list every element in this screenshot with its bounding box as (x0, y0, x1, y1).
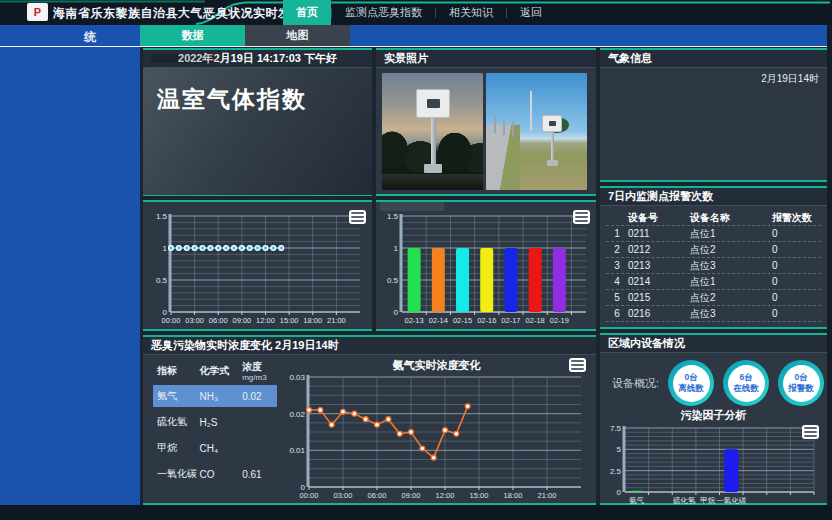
col-indicator: 指标 (153, 364, 200, 378)
svg-text:一氧化碳: 一氧化碳 (716, 496, 747, 505)
alarm-table: 设备号 设备名称 报警次数 10211点位1020212点位2030213点位3… (600, 206, 827, 322)
nav-item-odor-index[interactable]: 监测点恶臭指数 (332, 0, 435, 25)
svg-text:09:00: 09:00 (402, 491, 421, 500)
svg-text:12:00: 12:00 (436, 491, 455, 500)
pollutant-table-row[interactable]: 甲烷CH₄ (153, 437, 277, 459)
svg-text:21:00: 21:00 (327, 316, 346, 325)
fence-post (512, 121, 514, 137)
pollutant-table-row[interactable]: 硫化氢H₂S (153, 411, 277, 433)
monitoring-station (416, 89, 450, 173)
col-device-name: 设备名称 (690, 210, 772, 225)
top-bar: P 海南省乐东黎族自治县大气恶臭状况实时发布系 首页 监测点恶臭指数 相关知识 … (0, 0, 832, 25)
alarm-count-panel: 7日内监测点报警次数 设备号 设备名称 报警次数 10211点位1020212点… (600, 186, 827, 329)
pollutant-table-body: 氨气NH₃0.02硫化氢H₂S甲烷CH₄一氧化碳CO0.61 (153, 385, 277, 485)
svg-text:02-16: 02-16 (477, 316, 496, 325)
svg-text:21:00: 21:00 (538, 491, 557, 500)
fence-post (494, 117, 496, 133)
chart-menu-icon[interactable] (569, 358, 586, 372)
svg-text:02-13: 02-13 (405, 316, 424, 325)
col-formula: 化学式 (200, 364, 243, 378)
chart-menu-icon[interactable] (802, 425, 819, 439)
greenhouse-index-headline: 温室气体指数 (143, 68, 372, 115)
ground (382, 174, 483, 190)
alarm-table-row: 10211点位10 (606, 226, 821, 242)
svg-text:02-15: 02-15 (453, 316, 472, 325)
alarm-table-row: 40214点位10 (606, 274, 821, 290)
svg-text:5: 5 (617, 445, 622, 454)
svg-text:02-17: 02-17 (501, 316, 520, 325)
svg-text:03:00: 03:00 (185, 316, 204, 325)
weather-panel-header: 气象信息 (600, 50, 827, 68)
app-title: 海南省乐东黎族自治县大气恶臭状况实时发布系 (53, 5, 316, 22)
online-label: 在线数 (733, 383, 759, 394)
col-alarm-count: 报警次数 (772, 210, 820, 225)
svg-text:15:00: 15:00 (470, 491, 489, 500)
tab-data[interactable]: 数据 (140, 25, 245, 46)
chart-menu-icon[interactable] (573, 210, 590, 224)
svg-text:1: 1 (163, 244, 168, 253)
svg-text:02-19: 02-19 (550, 316, 569, 325)
svg-text:18:00: 18:00 (303, 316, 322, 325)
weather-time: 2月19日14时 (600, 68, 827, 86)
offline-count: 0台 (684, 372, 697, 383)
logo-glyph: P (34, 7, 41, 18)
online-count-circle: 6台 在线数 (723, 360, 769, 406)
chart-menu-icon[interactable] (349, 210, 366, 224)
svg-text:09:00: 09:00 (232, 316, 251, 325)
alarm-table-row: 50215点位20 (606, 290, 821, 306)
pollution-factor-bar-chart: 02.557.5氨气硫化氢甲烷一氧化碳 (603, 423, 822, 505)
photos-panel-header: 实景照片 (376, 50, 596, 68)
daily-index-chart-panel: 00.511.502-1302-1402-1502-1602-1702-1802… (376, 200, 596, 331)
tab-map[interactable]: 地图 (245, 25, 350, 46)
svg-text:15:00: 15:00 (280, 316, 299, 325)
greenhouse-index-chart-panel: 00.511.500:0003:0006:0009:0012:0015:0018… (143, 200, 372, 331)
nav-item-home[interactable]: 首页 (283, 0, 331, 25)
alarm-table-header-row: 设备号 设备名称 报警次数 (606, 210, 821, 226)
alarm-table-row: 60216点位30 (606, 306, 821, 322)
alarm-panel-header: 7日内监测点报警次数 (600, 188, 827, 206)
light-pole (530, 91, 532, 131)
alarm-table-row: 30213点位30 (606, 258, 821, 274)
unit-label: mg/m3 (242, 374, 277, 382)
svg-text:00:00: 00:00 (162, 316, 181, 325)
dashboard-screen: P 海南省乐东黎族自治县大气恶臭状况实时发布系 首页 监测点恶臭指数 相关知识 … (0, 0, 832, 520)
pollutant-table: 指标 化学式 浓度 mg/m3 氨气NH₃0.02硫化氢H₂S甲烷CH₄一氧化碳… (143, 355, 277, 504)
ammonia-line-chart: 00.010.020.0300:0003:0006:0009:0012:0015… (279, 371, 593, 503)
devices-panel: 区域内设备情况 设备概况: 0台 离线数 6台 在线数 0台 报警数 (600, 333, 827, 505)
nav-item-knowledge[interactable]: 相关知识 (436, 0, 506, 25)
alarm-label: 报警数 (788, 383, 814, 394)
svg-text:03:00: 03:00 (334, 491, 353, 500)
daily-index-bar-chart: 00.511.502-1302-1402-1502-1602-1702-1802… (380, 208, 592, 326)
alarm-count: 0台 (794, 372, 807, 383)
device-overview-row: 设备概况: 0台 离线数 6台 在线数 0台 报警数 (600, 353, 827, 408)
station-photo-day (486, 73, 587, 190)
alarm-count-circle: 0台 报警数 (778, 360, 824, 406)
offline-label: 离线数 (678, 383, 704, 394)
blurred-label (151, 54, 217, 63)
station-photo-dusk (382, 73, 483, 190)
svg-text:0: 0 (617, 488, 622, 497)
col-concentration: 浓度 mg/m3 (242, 360, 277, 382)
greeting-panel-header: 2022年2月19日 14:17:03 下午好 (143, 50, 372, 68)
pollutant-table-row[interactable]: 一氧化碳CO0.61 (153, 463, 277, 485)
svg-text:0.03: 0.03 (289, 373, 305, 382)
svg-text:甲烷: 甲烷 (700, 496, 716, 505)
svg-text:1.5: 1.5 (387, 212, 399, 221)
monitoring-station (542, 115, 562, 166)
svg-text:06:00: 06:00 (368, 491, 387, 500)
svg-text:硫化氢: 硫化氢 (673, 496, 696, 505)
svg-text:1: 1 (394, 244, 399, 253)
left-sidebar (0, 47, 140, 505)
pollutant-table-row[interactable]: 氨气NH₃0.02 (153, 385, 277, 407)
alarm-table-row: 20212点位20 (606, 242, 821, 258)
svg-text:0.01: 0.01 (289, 446, 305, 455)
svg-text:2.5: 2.5 (610, 467, 622, 476)
nav-item-back[interactable]: 返回 (507, 0, 555, 25)
svg-text:0.5: 0.5 (156, 276, 168, 285)
fence-post (503, 119, 505, 135)
svg-text:氨气: 氨气 (629, 496, 644, 505)
svg-text:12:00: 12:00 (256, 316, 275, 325)
svg-text:0.02: 0.02 (289, 410, 305, 419)
blurred-label (380, 202, 444, 211)
svg-text:00:00: 00:00 (300, 491, 319, 500)
